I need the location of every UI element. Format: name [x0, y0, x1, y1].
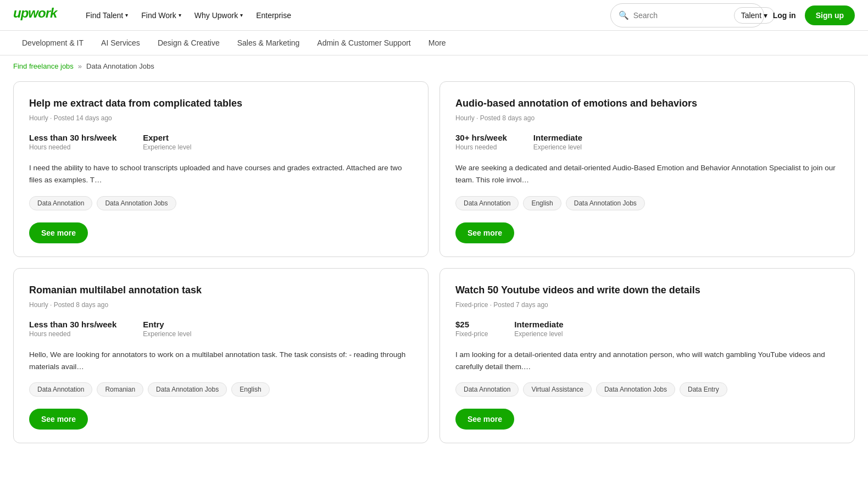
job-stats: Less than 30 hrs/week Hours needed Entry… — [29, 320, 413, 338]
job-tag[interactable]: Data Annotation Jobs — [97, 196, 176, 210]
job-stats: 30+ hrs/week Hours needed Intermediate E… — [455, 133, 839, 151]
job-tag[interactable]: Data Annotation Jobs — [148, 382, 227, 397]
cat-nav-design[interactable]: Design & Creative — [149, 31, 229, 55]
job-title: Help me extract data from complicated ta… — [29, 97, 413, 110]
job-meta: Hourly · Posted 8 days ago — [29, 301, 413, 309]
search-box[interactable]: 🔍 Talent ▾ — [610, 3, 764, 27]
job-stat-value: 30+ hrs/week — [455, 133, 507, 142]
talent-selector[interactable]: Talent ▾ — [734, 7, 775, 24]
job-stat: Entry Experience level — [143, 320, 191, 338]
job-card-job4: Watch 50 Youtube videos and write down t… — [439, 268, 855, 444]
jobs-grid: Help me extract data from complicated ta… — [13, 81, 855, 443]
nav-find-work[interactable]: Find Work ▾ — [136, 7, 187, 24]
chevron-down-icon: ▾ — [125, 12, 128, 18]
breadcrumb-current: Data Annotation Jobs — [86, 62, 154, 70]
breadcrumb: Find freelance jobs » Data Annotation Jo… — [0, 55, 868, 77]
job-title: Audio-based annotation of emotions and b… — [455, 97, 839, 110]
job-tag[interactable]: Data Annotation — [29, 382, 92, 397]
job-tag[interactable]: Data Annotation — [29, 196, 92, 210]
login-button[interactable]: Log in — [773, 11, 796, 20]
cat-nav-development[interactable]: Development & IT — [13, 31, 92, 55]
job-stat: $25 Fixed-price — [455, 320, 488, 338]
job-stat-value: Less than 30 hrs/week — [29, 133, 116, 142]
job-description: Hello, We are looking for annotators to … — [29, 349, 413, 372]
job-meta: Hourly · Posted 8 days ago — [455, 114, 839, 122]
job-meta: Hourly · Posted 14 days ago — [29, 114, 413, 122]
job-tag[interactable]: Virtual Assistance — [523, 382, 592, 397]
nav-enterprise[interactable]: Enterprise — [251, 7, 297, 24]
svg-text:upwork: upwork — [13, 5, 58, 20]
job-tag[interactable]: English — [231, 382, 269, 397]
top-navigation: upwork Find Talent ▾ Find Work ▾ Why Upw… — [0, 0, 868, 31]
search-input[interactable] — [633, 11, 730, 20]
see-more-button[interactable]: See more — [29, 409, 88, 430]
job-stat-label: Hours needed — [29, 143, 116, 151]
job-stat-value: Less than 30 hrs/week — [29, 320, 116, 329]
breadcrumb-parent[interactable]: Find freelance jobs — [13, 62, 74, 70]
job-stat-label: Experience level — [514, 330, 563, 338]
job-stat-value: $25 — [455, 320, 488, 329]
job-stat: Expert Experience level — [143, 133, 191, 151]
job-stat: Intermediate Experience level — [514, 320, 563, 338]
cat-nav-more[interactable]: More — [420, 31, 455, 55]
chevron-down-icon: ▾ — [240, 12, 243, 18]
job-stats: Less than 30 hrs/week Hours needed Exper… — [29, 133, 413, 151]
job-tag[interactable]: Romanian — [97, 382, 143, 397]
job-title: Watch 50 Youtube videos and write down t… — [455, 284, 839, 297]
job-description: We are seeking a dedicated and detail-or… — [455, 162, 839, 186]
job-stat-label: Experience level — [143, 143, 191, 151]
see-more-button[interactable]: See more — [455, 409, 514, 430]
job-stat: 30+ hrs/week Hours needed — [455, 133, 507, 151]
nav-find-talent[interactable]: Find Talent ▾ — [80, 7, 133, 24]
job-stat-value: Intermediate — [514, 320, 563, 329]
nav-why-upwork[interactable]: Why Upwork ▾ — [189, 7, 248, 24]
main-content: Help me extract data from complicated ta… — [0, 77, 868, 465]
search-icon: 🔍 — [619, 10, 629, 20]
job-tag[interactable]: Data Annotation Jobs — [566, 196, 645, 210]
job-stat-label: Experience level — [533, 143, 582, 151]
job-tags: Data AnnotationEnglishData Annotation Jo… — [455, 196, 839, 210]
chevron-down-icon: ▾ — [764, 11, 767, 20]
job-stat: Less than 30 hrs/week Hours needed — [29, 133, 116, 151]
job-title: Romanian multilabel annotation task — [29, 284, 413, 297]
job-meta: Fixed-price · Posted 7 days ago — [455, 301, 839, 309]
nav-right-section: 🔍 Talent ▾ Log in Sign up — [610, 3, 855, 27]
job-description: I need the ability to have to school tra… — [29, 162, 413, 186]
main-nav-links: Find Talent ▾ Find Work ▾ Why Upwork ▾ E… — [80, 7, 297, 24]
job-stat-label: Experience level — [143, 330, 191, 338]
job-stat-value: Intermediate — [533, 133, 582, 142]
job-stat-value: Expert — [143, 133, 191, 142]
cat-nav-ai-services[interactable]: AI Services — [92, 31, 149, 55]
job-tag[interactable]: Data Entry — [680, 382, 727, 397]
job-stat-value: Entry — [143, 320, 191, 329]
job-card-job3: Romanian multilabel annotation task Hour… — [13, 268, 429, 444]
job-stat-label: Hours needed — [455, 143, 507, 151]
cat-nav-sales[interactable]: Sales & Marketing — [229, 31, 309, 55]
job-stat: Less than 30 hrs/week Hours needed — [29, 320, 116, 338]
cat-nav-admin[interactable]: Admin & Customer Support — [308, 31, 419, 55]
job-tag[interactable]: Data Annotation Jobs — [596, 382, 675, 397]
job-stat: Intermediate Experience level — [533, 133, 582, 151]
job-stats: $25 Fixed-price Intermediate Experience … — [455, 320, 839, 338]
job-tag[interactable]: Data Annotation — [455, 196, 519, 210]
job-tag[interactable]: English — [523, 196, 561, 210]
job-tags: Data AnnotationData Annotation Jobs — [29, 196, 413, 210]
chevron-down-icon: ▾ — [179, 12, 181, 18]
see-more-button[interactable]: See more — [29, 222, 88, 243]
signup-button[interactable]: Sign up — [805, 5, 855, 25]
job-tags: Data AnnotationRomanianData Annotation J… — [29, 382, 413, 397]
job-card-job1: Help me extract data from complicated ta… — [13, 81, 429, 257]
upwork-logo[interactable]: upwork — [13, 5, 63, 25]
category-navigation: Development & IT AI Services Design & Cr… — [0, 31, 868, 55]
job-card-job2: Audio-based annotation of emotions and b… — [439, 81, 855, 257]
job-tag[interactable]: Data Annotation — [455, 382, 519, 397]
job-tags: Data AnnotationVirtual AssistanceData An… — [455, 382, 839, 397]
breadcrumb-separator: » — [78, 62, 82, 70]
see-more-button[interactable]: See more — [455, 222, 514, 243]
job-stat-label: Hours needed — [29, 330, 116, 338]
job-stat-label: Fixed-price — [455, 330, 488, 338]
job-description: I am looking for a detail-oriented data … — [455, 349, 839, 372]
